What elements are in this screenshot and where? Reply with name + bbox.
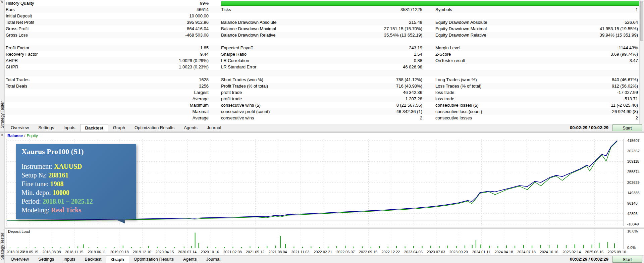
tab-settings[interactable]: Settings: [34, 124, 59, 132]
tab-agents[interactable]: Agents: [179, 124, 202, 132]
infobox-value: 10000: [53, 189, 69, 196]
x-axis-label: 2022.12.22: [381, 250, 400, 254]
y-axis-label: 255874: [627, 170, 640, 174]
start-button[interactable]: Start: [612, 124, 642, 131]
tab-backtest[interactable]: Backtest: [80, 124, 108, 132]
y-axis-label: 149385: [627, 191, 640, 195]
x-axis-label: 2023.04.06: [404, 250, 423, 254]
stat-cell: Margin Level1144.43%: [435, 45, 644, 51]
stat-cell: Total Net Profit395 912.96: [5, 19, 221, 25]
deposit-load-bar: [123, 246, 123, 248]
stat-value: 1.0029 (0.29%): [179, 57, 209, 64]
tab-inputs[interactable]: Inputs: [59, 124, 80, 132]
stat-label: profit trade: [221, 89, 242, 96]
legend-equity: Equity: [26, 134, 38, 138]
stat-cell: [435, 64, 644, 70]
infobox-line: Min. depo: 10000: [21, 188, 131, 197]
stat-value: 215.49: [409, 19, 422, 25]
stats-row: AHPR1.0029 (0.29%)LR Correlation0.88OnTe…: [5, 57, 644, 64]
tab-inputs[interactable]: Inputs: [59, 256, 80, 263]
y-axis-label: 96140: [627, 201, 638, 205]
deposit-load-bar: [480, 245, 481, 248]
deposit-load-bar: [275, 246, 276, 248]
infobox-value: 288161: [48, 171, 68, 179]
deposit-load-bar: [52, 247, 53, 249]
stat-label: Loss Trades (% of total): [435, 83, 481, 89]
elapsed-time: 00:02:29 / 00:02:29: [570, 256, 608, 263]
deposit-load-bar: [388, 247, 388, 248]
x-axis-label: 2025.06.16: [585, 250, 603, 254]
deposit-load-bar: [614, 244, 615, 249]
deposit-load-bar: [405, 247, 406, 249]
infobox-label: Min. depo:: [21, 189, 53, 196]
legend-balance: Balance: [7, 134, 23, 138]
tab-settings[interactable]: Settings: [34, 256, 59, 263]
close-icon[interactable]: ×: [0, 133, 4, 138]
chart-splitter[interactable]: [5, 227, 644, 228]
stat-cell: Balance Drawdown Maximal27 151.15 (15.70…: [221, 25, 435, 32]
stat-label: Total Net Profit: [6, 19, 34, 25]
stat-value: 2: [420, 115, 422, 121]
stat-cell: consecutive losses2: [435, 115, 644, 121]
tab-graph[interactable]: Graph: [108, 124, 130, 132]
history-quality-progress: [221, 1, 639, 6]
stat-cell: Average: [5, 115, 221, 121]
stat-value: 716 (43.98%): [396, 83, 422, 89]
stat-value: Average: [193, 115, 209, 121]
stat-label: AHPR: [6, 57, 18, 64]
stats-row: Total Deals3256Profit Trades (% of total…: [5, 83, 644, 89]
deposit-load-bar: [472, 245, 473, 248]
deposit-load-bar: [285, 244, 286, 248]
stat-cell: OnTester result3.47: [435, 57, 644, 64]
stats-row: Maximalconsecutive profit (count)46 342.…: [5, 108, 644, 115]
stat-cell: Balance Drawdown Absolute215.49: [221, 19, 435, 25]
stat-value: -468 503.08: [185, 32, 209, 38]
stat-label: Profit Factor: [6, 45, 30, 51]
start-button[interactable]: Start: [612, 256, 642, 263]
deposit-load-bar: [224, 247, 225, 249]
panel-title: Strategy Tester: [0, 101, 5, 128]
x-axis-label: 2020.04.15: [155, 250, 174, 254]
stat-label: Total Deals: [6, 83, 27, 89]
deposit-plot[interactable]: Deposit Load: [6, 229, 624, 249]
tab-optimization-results[interactable]: Optimization Results: [130, 124, 179, 132]
tab-backtest[interactable]: Backtest: [80, 256, 106, 263]
deposit-load-bar: [489, 246, 490, 249]
deposit-load-bar: [157, 247, 158, 249]
stats-row: Bars46614Ticks358171225Symbols1: [5, 6, 644, 13]
deposit-load-bar: [215, 247, 216, 248]
stats-row: [5, 70, 644, 76]
deposit-load-bar: [184, 247, 184, 248]
vertical-scrollbar[interactable]: [639, 0, 644, 124]
stat-value: 1144.43%: [619, 45, 638, 51]
stat-cell: profit trade46 342.36: [221, 89, 435, 96]
stat-value: 395 912.96: [187, 19, 209, 25]
scrollbar-thumb[interactable]: [640, 1, 643, 41]
stats-row: Maximumconsecutive wins ($)8 (22 567.56)…: [5, 102, 644, 108]
tab-agents[interactable]: Agents: [178, 256, 201, 263]
tab-overview[interactable]: Overview: [6, 256, 34, 263]
deposit-load-bar: [447, 246, 448, 248]
tab-journal[interactable]: Journal: [201, 256, 225, 263]
deposit-load-bar: [336, 246, 337, 248]
close-icon[interactable]: ×: [0, 0, 4, 5]
x-axis-label: 2018.05.15: [20, 250, 38, 254]
tab-journal[interactable]: Journal: [202, 124, 226, 132]
x-axis-label: 2020.07.14: [178, 250, 197, 254]
deposit-load-bar: [148, 246, 149, 248]
stat-label: Equity Drawdown Relative: [435, 32, 486, 38]
stat-value: -26 924.90 (8): [610, 108, 638, 115]
tab-overview[interactable]: Overview: [6, 124, 34, 132]
tab-graph[interactable]: Graph: [106, 256, 129, 263]
deposit-load-svg: [6, 229, 624, 249]
backtest-panel-main: History Quality99%Bars46614Ticks35817122…: [5, 0, 644, 132]
stat-label: Z-Score: [435, 51, 451, 57]
stat-cell: LR Correlation0.88: [221, 57, 435, 64]
tab-optimization-results[interactable]: Optimization Results: [129, 256, 178, 263]
stat-cell: Symbols1: [435, 6, 644, 13]
stat-label: Short Trades (won %): [221, 76, 263, 83]
stat-cell: Recovery Factor9.44: [5, 51, 221, 57]
stat-cell: History Quality99%: [5, 0, 221, 6]
stats-row: Averageprofit trade1 207.28loss trade-51…: [5, 96, 644, 102]
stats-row: GHPR1.0023 (0.23%)LR Standard Error46 82…: [5, 64, 644, 70]
